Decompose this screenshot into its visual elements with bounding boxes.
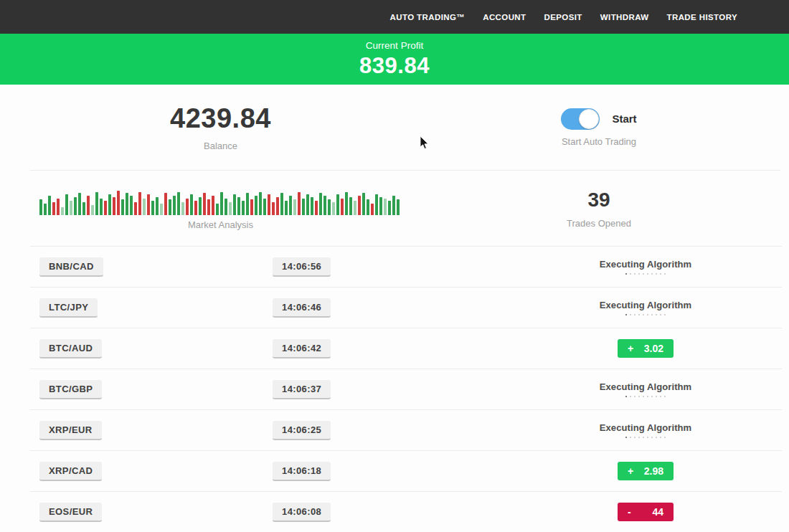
trade-time: 14:06:37 — [273, 380, 331, 399]
chart-bar — [397, 199, 400, 215]
chart-bar — [130, 196, 133, 215]
trade-status: +2.98 — [618, 462, 674, 480]
table-row: XRP/CAD14:06:18+2.98 — [30, 450, 782, 491]
current-profit-label: Current Profit — [366, 40, 423, 51]
progress-dots-icon — [600, 437, 692, 439]
chart-bar — [74, 197, 77, 215]
trade-time: 14:06:08 — [273, 503, 331, 522]
trade-status: +3.02 — [618, 339, 674, 358]
balance-cell: 4239.84 Balance — [0, 85, 441, 170]
chart-bar — [186, 199, 189, 215]
start-toggle-label: Start — [612, 113, 636, 125]
current-profit-banner: Current Profit 839.84 — [0, 34, 789, 85]
chart-bar — [302, 199, 305, 215]
balance-value: 4239.84 — [170, 103, 271, 134]
chart-bar — [306, 194, 309, 215]
nav-item-deposit[interactable]: DEPOSIT — [544, 13, 582, 22]
chart-bar — [233, 194, 236, 215]
toggle-knob-icon — [579, 109, 599, 129]
chart-bar — [121, 199, 124, 215]
chart-bar — [87, 196, 90, 215]
chart-bar — [194, 201, 197, 215]
executing-algorithm-label: Executing Algorithm — [600, 259, 692, 270]
chart-bar — [126, 193, 128, 215]
chart-bar — [354, 201, 356, 215]
chart-bar — [229, 202, 232, 215]
chart-bar — [100, 199, 103, 215]
chart-bar — [255, 196, 258, 215]
chart-bar — [65, 194, 68, 215]
chart-bar — [57, 199, 60, 215]
chart-bar — [70, 201, 72, 215]
nav-item-auto-trading[interactable]: AUTO TRADING™ — [390, 13, 466, 22]
chart-bar — [117, 191, 120, 215]
chart-bar — [95, 192, 98, 215]
chart-bar — [48, 196, 51, 215]
pair-badge: XRP/EUR — [39, 421, 102, 440]
trade-status: Executing Algorithm — [600, 381, 692, 398]
chart-bar — [367, 199, 369, 215]
result-badge: -44 — [618, 503, 674, 521]
chart-bar — [388, 201, 391, 215]
chart-bar — [104, 201, 107, 215]
trade-time: 14:06:25 — [273, 421, 331, 440]
pair-badge: BNB/CAD — [39, 257, 103, 277]
nav-item-withdraw[interactable]: WITHDRAW — [600, 13, 649, 22]
chart-bar — [39, 199, 42, 215]
chart-bar — [242, 201, 245, 215]
chart-bar — [113, 197, 115, 215]
chart-bar — [173, 196, 176, 215]
chart-bar — [203, 193, 206, 215]
chart-bar — [349, 197, 352, 215]
nav-item-trade-history[interactable]: TRADE HISTORY — [667, 13, 738, 22]
chart-bar — [134, 202, 137, 215]
balance-label: Balance — [204, 141, 237, 151]
trade-time: 14:06:42 — [273, 339, 331, 358]
table-row: XRP/EUR14:06:25Executing Algorithm — [30, 409, 782, 450]
executing-algorithm-label: Executing Algorithm — [600, 422, 692, 433]
chart-bar — [82, 202, 85, 215]
chart-bar — [207, 199, 210, 215]
chart-bar — [392, 196, 395, 215]
chart-bar — [289, 196, 292, 215]
pair-badge: EOS/EUR — [39, 503, 102, 522]
table-row: EOS/EUR14:06:08-44 — [30, 491, 782, 532]
chart-bar — [225, 199, 227, 215]
top-navbar: AUTO TRADING™ACCOUNTDEPOSITWITHDRAWTRADE… — [0, 0, 789, 34]
progress-dots-icon — [600, 273, 692, 275]
chart-bar — [52, 202, 55, 215]
chart-bar — [358, 196, 361, 215]
table-row: LTC/JPY14:06:46Executing Algorithm — [30, 287, 782, 328]
chart-bar — [181, 202, 184, 215]
chart-bar — [280, 193, 283, 215]
chart-bar — [177, 192, 180, 215]
chart-bar — [276, 197, 279, 215]
auto-trading-toggle[interactable] — [561, 108, 600, 130]
chart-bar — [285, 201, 288, 215]
table-row: BTC/AUD14:06:42+3.02 — [30, 328, 782, 369]
trades-opened-cell: 39 Trades Opened — [441, 171, 757, 246]
chart-bar — [332, 202, 335, 215]
start-auto-trading-label: Start Auto Trading — [562, 136, 636, 147]
chart-bar — [190, 194, 193, 215]
chart-bar — [384, 199, 387, 215]
chart-bar — [272, 202, 275, 215]
chart-bar — [319, 193, 322, 215]
chart-bar — [323, 196, 326, 215]
balance-section: 4239.84 Balance Start Start Auto Trading — [0, 85, 789, 170]
pair-badge: BTC/AUD — [39, 339, 102, 358]
chart-bar — [61, 207, 64, 215]
chart-bar — [263, 199, 266, 215]
chart-bar — [44, 204, 47, 215]
trade-time: 14:06:18 — [273, 462, 331, 481]
chart-bar — [78, 193, 81, 215]
pair-badge: BTC/GBP — [39, 380, 102, 399]
trades-opened-value: 39 — [587, 189, 610, 212]
current-profit-value: 839.84 — [359, 53, 430, 79]
nav-item-account[interactable]: ACCOUNT — [483, 13, 526, 22]
table-row: BTC/GBP14:06:37Executing Algorithm — [30, 369, 782, 409]
market-analysis-label: Market Analysis — [188, 219, 253, 230]
chart-bar — [108, 194, 111, 215]
chart-bar — [298, 192, 301, 215]
chart-bar — [371, 204, 374, 215]
